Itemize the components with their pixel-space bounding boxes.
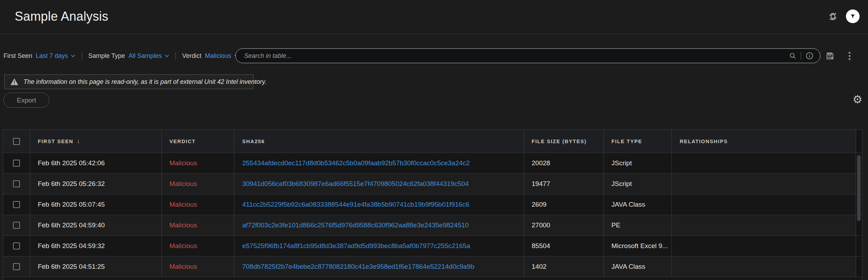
file-type-cell: JScript (604, 174, 672, 194)
first-seen-cell: Feb 6th 2025 05:07:45 (30, 194, 162, 215)
refresh-button[interactable] (828, 11, 838, 22)
filter-first-seen-label: First Seen (4, 52, 32, 60)
sha256-link[interactable]: e57525f96fb174a8f1cb95d8d3e387ad9d5d993b… (242, 242, 470, 250)
scrollbar-header-cell (856, 130, 862, 153)
vertical-scrollbar-thumb[interactable] (857, 155, 861, 221)
verdict-cell: Malicious (162, 215, 235, 235)
file-size-cell: 2609 (524, 194, 604, 215)
relationships-cell (672, 215, 856, 235)
scrollbar-track-cell (856, 236, 862, 256)
table-header-row: FIRST SEEN ↓ VERDICT SHA256 FILE SIZE (B… (3, 130, 862, 153)
filter-sample-type-dropdown[interactable]: All Samples (129, 52, 169, 60)
filter-sample-type-label: Sample Type (88, 52, 125, 60)
title-bar: Sample Analysis (0, 0, 868, 34)
verdict-cell: Malicious (162, 236, 235, 256)
gear-icon: ⚙ (853, 93, 862, 106)
filter-divider (82, 52, 82, 59)
sha256-link[interactable]: 30941d056caf03b6830987e6ad66f5515e7f4709… (242, 180, 469, 188)
file-type-cell: Microsoft Excel 9... (604, 236, 672, 256)
relationships-cell (672, 153, 856, 173)
chevron-down-icon (165, 54, 169, 58)
table-row[interactable]: Feb 6th 2025 05:07:45 Malicious 411cc2b5… (3, 194, 862, 215)
page-title: Sample Analysis (15, 9, 108, 24)
column-header-file-size[interactable]: FILE SIZE (BYTES) (524, 130, 604, 153)
table-row[interactable]: Feb 6th 2025 05:26:32 Malicious 30941d05… (3, 173, 862, 194)
search-input[interactable] (236, 49, 789, 63)
sha256-link[interactable]: 708db7825f2b7e4bebe2c8778082180c41e3e958… (242, 263, 474, 271)
chevron-down-icon (71, 54, 75, 58)
column-header-file-type[interactable]: FILE TYPE (604, 130, 672, 153)
relationships-cell (672, 174, 856, 194)
readonly-banner: The information on this page is read-onl… (4, 74, 254, 89)
search-pill-icons (789, 49, 820, 63)
readonly-banner-text: The information on this page is read-onl… (23, 78, 267, 86)
column-header-sha256[interactable]: SHA256 (234, 130, 524, 153)
row-checkbox[interactable] (13, 242, 20, 249)
refresh-icon (828, 11, 838, 22)
row-checkbox[interactable] (13, 160, 20, 167)
titlebar-icons (828, 9, 860, 23)
table-row[interactable]: Feb 6th 2025 04:59:32 Malicious e57525f9… (3, 235, 862, 256)
file-size-cell: 20028 (524, 153, 604, 173)
relationships-cell (672, 256, 856, 277)
verdict-cell: Malicious (162, 153, 235, 173)
file-size-cell: 19477 (524, 174, 604, 194)
column-header-verdict[interactable]: VERDICT (162, 130, 235, 153)
partial-next-row (3, 277, 862, 280)
file-type-cell: PE (604, 215, 672, 235)
search-info-button[interactable] (805, 52, 814, 60)
first-seen-cell: Feb 6th 2025 04:51:25 (30, 256, 162, 277)
kebab-icon (849, 52, 850, 54)
filter-first-seen-dropdown[interactable]: Last 7 days (36, 52, 75, 60)
filter-verdict: Verdict Malicious (182, 52, 239, 60)
filter-avatar-button[interactable] (846, 9, 860, 23)
sha256-link[interactable]: 411cc2b5229f5b92c6a0833388544e91e4fa38b5… (242, 201, 469, 208)
table-row[interactable]: Feb 6th 2025 04:59:40 Malicious af72f003… (3, 215, 862, 235)
verdict-cell: Malicious (162, 194, 235, 215)
verdict-cell: Malicious (162, 174, 235, 194)
sort-desc-icon: ↓ (77, 138, 80, 145)
search-actions (825, 48, 852, 63)
file-type-cell: JAVA Class (604, 194, 672, 215)
filter-first-seen: First Seen Last 7 days (4, 52, 75, 60)
scrollbar-track-cell (856, 256, 862, 277)
column-header-relationships[interactable]: RELATIONSHIPS (672, 130, 856, 153)
table-settings-button[interactable]: ⚙ (850, 93, 864, 107)
warning-icon (10, 78, 19, 86)
export-button[interactable]: Export (4, 93, 49, 108)
funnel-icon (850, 13, 856, 19)
row-checkbox[interactable] (13, 180, 20, 187)
row-checkbox[interactable] (13, 263, 20, 270)
row-checkbox[interactable] (13, 222, 20, 229)
first-seen-cell: Feb 6th 2025 05:42:06 (30, 153, 162, 173)
save-icon (825, 51, 835, 61)
filter-verdict-dropdown[interactable]: Malicious (205, 52, 239, 60)
sha256-link[interactable]: 255434afdecd0ec117d8d0b53462c5b0a09faab9… (242, 159, 469, 167)
relationships-cell (672, 194, 856, 215)
select-all-checkbox[interactable] (13, 138, 20, 145)
filter-row: First Seen Last 7 days Sample Type All S… (0, 46, 868, 66)
more-options-button[interactable] (847, 51, 852, 61)
search-icon (789, 52, 797, 60)
table-search (235, 48, 820, 63)
filter-verdict-label: Verdict (182, 52, 201, 60)
table-row[interactable]: Feb 6th 2025 05:42:06 Malicious 255434af… (3, 153, 862, 173)
table-row[interactable]: Feb 6th 2025 04:51:25 Malicious 708db782… (3, 256, 862, 277)
file-size-cell: 1402 (524, 256, 604, 277)
file-type-cell: JAVA Class (604, 256, 672, 277)
sha256-link[interactable]: af72f003c2e3fe101d866c2576f5d976d9588c63… (242, 221, 469, 229)
file-type-cell: JScript (604, 153, 672, 173)
file-size-cell: 85504 (524, 236, 604, 256)
select-all-cell (3, 130, 30, 153)
sample-analysis-page: Sample Analysis (0, 0, 868, 280)
filter-sample-type: Sample Type All Samples (88, 52, 169, 60)
info-icon (805, 52, 814, 60)
search-icons-divider (801, 52, 801, 60)
row-checkbox[interactable] (13, 201, 20, 208)
first-seen-cell: Feb 6th 2025 04:59:32 (30, 236, 162, 256)
filters: First Seen Last 7 days Sample Type All S… (4, 46, 239, 66)
save-view-button[interactable] (825, 51, 835, 61)
first-seen-cell: Feb 6th 2025 05:26:32 (30, 174, 162, 194)
search-button[interactable] (789, 52, 797, 60)
column-header-first-seen[interactable]: FIRST SEEN ↓ (30, 130, 162, 153)
